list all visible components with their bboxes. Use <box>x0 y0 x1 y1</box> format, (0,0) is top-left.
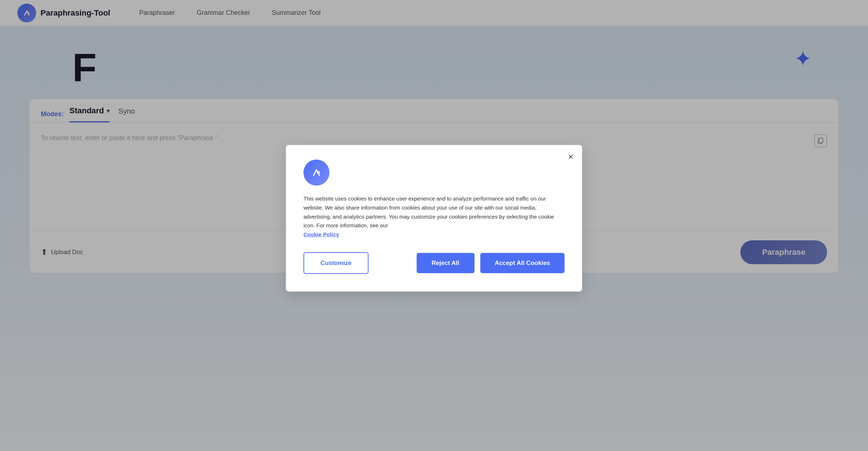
modal-logo-icon <box>303 160 329 186</box>
svg-point-3 <box>317 171 320 174</box>
modal-body-text: This website uses cookies to enhance use… <box>303 194 565 239</box>
reject-all-button[interactable]: Reject All <box>417 253 475 273</box>
modal-actions: Customize Reject All Accept All Cookies <box>303 252 565 274</box>
cookie-modal: × This website uses cookies to enhance u… <box>286 145 582 292</box>
cookie-policy-link[interactable]: Cookie Policy <box>303 231 339 237</box>
close-button[interactable]: × <box>568 152 573 161</box>
customize-button[interactable]: Customize <box>303 252 369 274</box>
accept-reject-group: Reject All Accept All Cookies <box>417 253 565 273</box>
accept-cookies-button[interactable]: Accept All Cookies <box>480 253 565 273</box>
